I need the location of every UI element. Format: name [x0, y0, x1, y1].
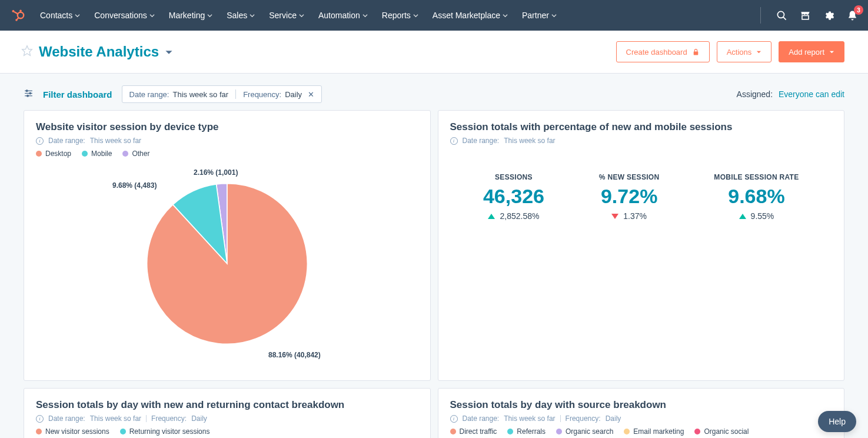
- svg-line-8: [783, 16, 786, 19]
- legend-item: Returning visitor sessions: [120, 427, 210, 436]
- button-label: Add report: [789, 48, 824, 57]
- add-report-button[interactable]: Add report: [779, 41, 844, 62]
- filter-dashboard-link[interactable]: Filter dashboard: [43, 89, 112, 99]
- button-label: Actions: [727, 48, 752, 57]
- actions-button[interactable]: Actions: [717, 41, 772, 62]
- star-icon[interactable]: [21, 45, 33, 59]
- legend-item: Email marketing: [624, 427, 684, 436]
- pie-svg: [139, 175, 315, 352]
- help-button[interactable]: Help: [818, 411, 856, 432]
- info-icon[interactable]: i: [450, 137, 458, 145]
- meta-separator: [146, 415, 147, 422]
- svg-line-4: [14, 12, 18, 14]
- nav-label: Asset Marketplace: [433, 11, 500, 20]
- gear-icon[interactable]: [822, 9, 835, 22]
- stat-label: MOBILE SESSION RATE: [714, 173, 799, 181]
- pie-legend: Desktop Mobile Other: [36, 150, 418, 158]
- create-dashboard-button[interactable]: Create dashboard: [616, 41, 710, 62]
- card-title: Session totals by day with source breakd…: [450, 399, 833, 411]
- nav-asset-marketplace[interactable]: Asset Marketplace: [425, 0, 515, 31]
- nav-items: Contacts Conversations Marketing Sales S…: [33, 0, 564, 31]
- info-icon[interactable]: i: [36, 137, 44, 145]
- meta-label: Date range:: [48, 137, 85, 145]
- svg-point-0: [18, 12, 24, 18]
- meta-value: Daily: [606, 414, 621, 423]
- pie-label-desktop: 88.16% (40,842): [268, 351, 321, 359]
- stat-delta: 1.37%: [599, 211, 660, 221]
- svg-point-14: [26, 89, 28, 91]
- meta-label: Date range:: [463, 414, 500, 423]
- meta-label: Frequency:: [151, 414, 187, 423]
- stat-mobile-rate: MOBILE SESSION RATE 9.68% 9.55%: [714, 173, 799, 221]
- svg-rect-9: [802, 15, 808, 19]
- marketplace-icon[interactable]: [799, 9, 812, 22]
- card-meta: i Date range: This week so far: [450, 137, 833, 145]
- filter-chip[interactable]: Date range: This week so far Frequency: …: [122, 85, 322, 103]
- nav-sales[interactable]: Sales: [220, 0, 262, 31]
- stat-delta: 2,852.58%: [483, 211, 544, 221]
- filter-icon[interactable]: [24, 88, 34, 101]
- bell-icon[interactable]: 3: [846, 9, 859, 22]
- meta-separator: [560, 415, 561, 422]
- assigned-label: Assigned:: [737, 89, 773, 99]
- nav-label: Contacts: [40, 11, 72, 20]
- chevron-down-icon: [165, 44, 173, 60]
- nav-reports[interactable]: Reports: [375, 0, 425, 31]
- card-sessions-by-device: Website visitor session by device type i…: [24, 110, 431, 381]
- nav-label: Conversations: [94, 11, 147, 20]
- page-title[interactable]: Website Analytics: [39, 44, 173, 60]
- nav-contacts[interactable]: Contacts: [33, 0, 87, 31]
- card-title: Session totals with percentage of new an…: [450, 121, 833, 133]
- search-icon[interactable]: [775, 9, 788, 22]
- card-sessions-by-day-source: Session totals by day with source breakd…: [438, 388, 845, 438]
- nav-partner[interactable]: Partner: [515, 0, 564, 31]
- nav-marketing[interactable]: Marketing: [162, 0, 220, 31]
- meta-value: This week so far: [504, 414, 555, 423]
- legend-item: New visitor sessions: [36, 427, 109, 436]
- legend-item: Referrals: [507, 427, 546, 436]
- nav-label: Marketing: [169, 11, 205, 20]
- nav-service[interactable]: Service: [262, 0, 311, 31]
- meta-label: Date range:: [463, 137, 500, 145]
- nav-label: Sales: [227, 11, 247, 20]
- legend: New visitor sessions Returning visitor s…: [36, 427, 418, 436]
- top-nav: Contacts Conversations Marketing Sales S…: [0, 0, 868, 31]
- svg-point-1: [19, 9, 22, 12]
- assigned-section: Assigned: Everyone can edit: [737, 89, 844, 99]
- info-icon[interactable]: i: [450, 415, 458, 423]
- svg-point-16: [27, 95, 29, 97]
- nav-label: Automation: [318, 11, 360, 20]
- close-icon[interactable]: ✕: [308, 90, 314, 99]
- stat-label: % NEW SESSION: [599, 173, 660, 181]
- card-title: Website visitor session by device type: [36, 121, 418, 133]
- svg-marker-10: [22, 46, 32, 56]
- header-right: Create dashboard Actions Add report: [616, 41, 844, 62]
- triangle-up-icon: [488, 214, 495, 219]
- stats-row: SESSIONS 46,326 2,852.58% % NEW SESSION …: [450, 150, 833, 244]
- stat-label: SESSIONS: [483, 173, 544, 181]
- stat-sessions: SESSIONS 46,326 2,852.58%: [483, 173, 544, 221]
- chip-value: This week so far: [172, 90, 228, 99]
- meta-value: This week so far: [504, 137, 555, 145]
- stat-value: 9.72%: [599, 185, 660, 208]
- legend-item: Mobile: [82, 150, 112, 158]
- legend-item: Other: [122, 150, 149, 158]
- nav-conversations[interactable]: Conversations: [87, 0, 162, 31]
- card-meta: i Date range: This week so far Frequency…: [450, 414, 833, 423]
- nav-automation[interactable]: Automation: [311, 0, 375, 31]
- card-session-totals: Session totals with percentage of new an…: [438, 110, 845, 381]
- meta-label: Date range:: [48, 414, 85, 423]
- info-icon[interactable]: i: [36, 415, 44, 423]
- meta-value: Daily: [191, 414, 207, 423]
- chevron-down-icon: [756, 49, 761, 55]
- lock-icon: [692, 48, 700, 56]
- hubspot-logo-icon[interactable]: [9, 7, 26, 24]
- header-left: Website Analytics: [21, 44, 173, 60]
- nav-right: 3: [757, 7, 859, 24]
- nav-label: Partner: [522, 11, 549, 20]
- assigned-value-link[interactable]: Everyone can edit: [779, 89, 844, 99]
- stat-delta: 9.55%: [714, 211, 799, 221]
- legend: Direct traffic Referrals Organic search …: [450, 427, 833, 436]
- meta-value: This week so far: [90, 414, 141, 423]
- page-title-text: Website Analytics: [39, 44, 159, 60]
